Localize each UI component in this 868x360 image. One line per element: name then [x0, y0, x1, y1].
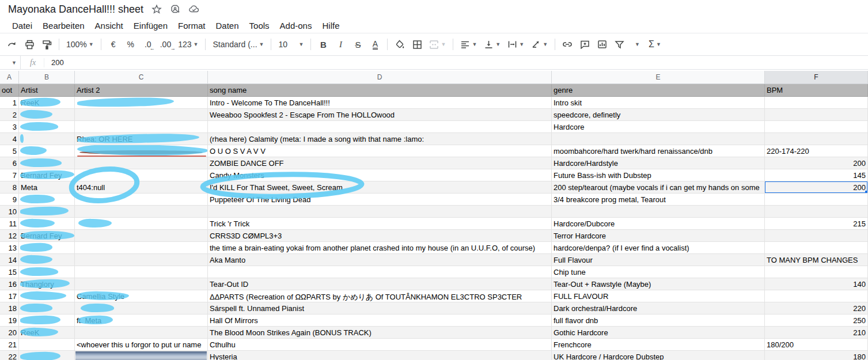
cell-D7[interactable]: Candy Monsters	[208, 169, 552, 181]
formula-input[interactable]: 200	[44, 58, 64, 67]
paint-format-button[interactable]	[39, 36, 54, 52]
cell-D1[interactable]: Intro - Welcome To The DanceHall!!!	[208, 97, 552, 109]
cell-E20[interactable]: Gothic Hardcore	[552, 327, 765, 339]
zoom-select[interactable]: 100%▼	[64, 36, 96, 52]
cell-E7[interactable]: Future Bass-ish with Dubstep	[552, 169, 765, 181]
cell-D19[interactable]: Hall Of Mirrors	[208, 314, 552, 327]
menu-bearbeiten[interactable]: Bearbeiten	[37, 20, 90, 32]
cell-B1[interactable]: ReeK	[19, 97, 75, 109]
italic-button[interactable]: I	[333, 36, 348, 52]
cell-F9[interactable]	[765, 194, 868, 206]
cell-A20[interactable]: 20	[0, 327, 19, 339]
star-icon[interactable]	[151, 4, 162, 14]
cell-A17[interactable]: 17	[0, 290, 19, 302]
cell-F5[interactable]: 220-174-220	[765, 145, 868, 157]
cell-F4[interactable]	[765, 133, 868, 145]
filter-button[interactable]	[612, 36, 627, 52]
cell-E5[interactable]: moombahcore/hard twerk/hard renaissance/…	[552, 145, 765, 157]
cell-E12[interactable]: Terror Hardcore	[552, 230, 765, 242]
cell-C13[interactable]	[75, 242, 208, 254]
menu-datei[interactable]: Datei	[7, 20, 37, 32]
cell-C2[interactable]	[75, 109, 208, 121]
more-formats-button[interactable]: 123▼	[176, 36, 200, 52]
cell-A14[interactable]: 14	[0, 254, 19, 266]
cell-B13[interactable]	[19, 242, 75, 254]
column-header-F[interactable]: F	[765, 71, 868, 84]
cell-D22[interactable]: Hysteria	[208, 351, 552, 360]
menu-tools[interactable]: Tools	[244, 20, 275, 32]
cell-C11[interactable]	[75, 218, 208, 230]
text-wrap-button[interactable]: ▼	[505, 36, 526, 52]
cell-E9[interactable]: 3/4 breakcore prog metal, Tearout	[552, 194, 765, 206]
bold-button[interactable]: B	[316, 36, 331, 52]
cell-D5[interactable]: O U O S V A V V	[208, 145, 552, 157]
cell-B18[interactable]	[19, 302, 75, 314]
cell-B14[interactable]	[19, 254, 75, 266]
format-currency-button[interactable]: €	[106, 36, 121, 52]
cell-D21[interactable]: Cthulhu	[208, 339, 552, 351]
cell-B17[interactable]	[19, 290, 75, 302]
menu-add-ons[interactable]: Add-ons	[275, 20, 317, 32]
cell-F2[interactable]	[765, 109, 868, 121]
cell-A12[interactable]: 12	[0, 230, 19, 242]
column-header-A[interactable]: A	[0, 71, 19, 84]
cell-F3[interactable]	[765, 121, 868, 133]
font-select[interactable]: Standard (...▼	[210, 36, 266, 52]
cell-B22[interactable]	[19, 351, 75, 360]
document-title[interactable]: Mayonaka DanceHall!!! sheet	[8, 3, 143, 16]
cell-E6[interactable]: Hardcore/Hardstyle	[552, 157, 765, 169]
cell-F13[interactable]	[765, 242, 868, 254]
cell-F8[interactable]: 200	[765, 181, 868, 194]
cell-C8[interactable]: t404:null	[75, 181, 208, 194]
cell-D10[interactable]	[208, 206, 552, 218]
insert-chart-button[interactable]	[594, 36, 609, 52]
cell-C20[interactable]	[75, 327, 208, 339]
font-size-select[interactable]: 10▼	[276, 36, 306, 52]
cell-A22[interactable]: 22	[0, 351, 19, 360]
cell-E1[interactable]: Intro skit	[552, 97, 765, 109]
cell-E11[interactable]: Hardcore/Dubcore	[552, 218, 765, 230]
cell-C18[interactable]	[75, 302, 208, 314]
cell-D17[interactable]: ΔΔPARTS (Recreation of ΩΩPARTS by かめりあ O…	[208, 290, 552, 302]
format-percent-button[interactable]: %	[123, 36, 138, 52]
cell-F18[interactable]: 220	[765, 302, 868, 314]
cell-E3[interactable]: Hardcore	[552, 121, 765, 133]
cell-B21[interactable]	[19, 339, 75, 351]
cell-D15[interactable]	[208, 266, 552, 278]
column-header-D[interactable]: D	[208, 71, 552, 84]
vertical-align-button[interactable]: ▼	[482, 36, 503, 52]
cell-E15[interactable]: Chip tune	[552, 266, 765, 278]
cell-D20[interactable]: The Blood Moon Strikes Again (BONUS TRAC…	[208, 327, 552, 339]
cell-A10[interactable]: 10	[0, 206, 19, 218]
cell-D3[interactable]	[208, 121, 552, 133]
cell-D18[interactable]: Sárspell ft. Unnamed Pianist	[208, 302, 552, 314]
cell-C14[interactable]	[75, 254, 208, 266]
cell-C3[interactable]	[75, 121, 208, 133]
cell-Ahdr[interactable]: oot	[0, 84, 19, 97]
cell-A16[interactable]: 16	[0, 278, 19, 290]
column-header-E[interactable]: E	[552, 71, 765, 84]
cell-D9[interactable]: Puppeteer Of The Living Dead	[208, 194, 552, 206]
spreadsheet-grid[interactable]: ABCDEFootArtistArtist 2song namegenreBPM…	[0, 71, 868, 360]
cell-B9[interactable]	[19, 194, 75, 206]
cell-F10[interactable]	[765, 206, 868, 218]
menu-hilfe[interactable]: Hilfe	[317, 20, 344, 32]
functions-button[interactable]: Σ▼	[646, 36, 664, 52]
cell-A7[interactable]: 7	[0, 169, 19, 181]
cell-C7[interactable]	[75, 169, 208, 181]
insert-link-button[interactable]	[560, 36, 575, 52]
cell-A5[interactable]: 5	[0, 145, 19, 157]
cell-B15[interactable]	[19, 266, 75, 278]
cell-E17[interactable]: FULL FLAVOUR	[552, 290, 765, 302]
cell-A19[interactable]: 19	[0, 314, 19, 327]
cell-C19[interactable]: ft. Meta	[75, 314, 208, 327]
cell-E14[interactable]: Full Flavour	[552, 254, 765, 266]
cell-Dhdr[interactable]: song name	[208, 84, 552, 97]
cell-B16[interactable]: Thanglory	[19, 278, 75, 290]
cell-A4[interactable]: 4	[0, 133, 19, 145]
insert-comment-button[interactable]	[577, 36, 592, 52]
print-button[interactable]	[22, 36, 37, 52]
cell-Chdr[interactable]: Artist 2	[75, 84, 208, 97]
cell-A15[interactable]: 15	[0, 266, 19, 278]
cell-C6[interactable]	[75, 157, 208, 169]
